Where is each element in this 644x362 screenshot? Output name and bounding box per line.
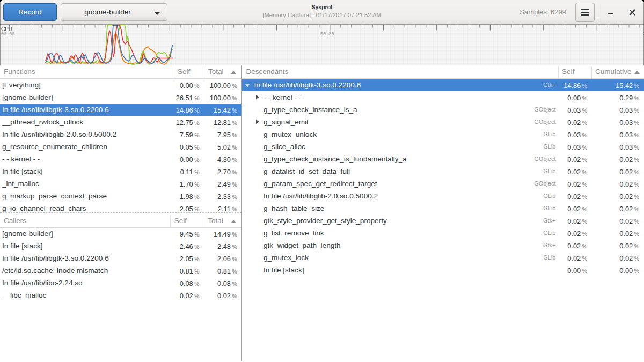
svg-text:00:00: 00:00 <box>1 32 15 37</box>
svg-text:00:30: 00:30 <box>320 32 334 37</box>
